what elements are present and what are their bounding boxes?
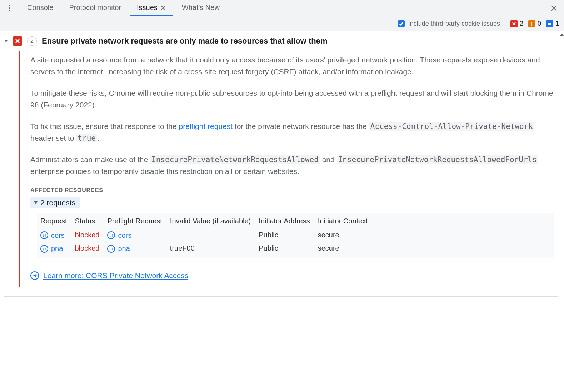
warning-icon: ! [528,20,535,27]
affected-requests-table: Request Status Preflight Request Invalid… [37,213,554,258]
issue-header-row[interactable]: 2 Ensure private network requests are on… [4,36,558,46]
tab-label: Protocol monitor [69,4,121,12]
more-menu-icon[interactable] [5,4,14,12]
issues-content: 2 Ensure private network requests are on… [0,31,564,307]
issue-title: Ensure private network requests are only… [42,36,328,46]
learn-more-link[interactable]: Learn more: CORS Private Network Access [30,271,188,280]
checkbox-checked-icon [398,20,405,27]
request-link[interactable]: ↓↑pna [40,245,63,253]
tab-console[interactable]: Console [20,0,60,16]
expand-triangle-icon[interactable] [4,40,8,42]
tab-label: What's New [182,4,220,12]
header-name-code: Access-Control-Allow-Private-Network [369,122,534,131]
col-preflight: Preflight Request [107,215,170,228]
close-tab-icon[interactable] [160,5,166,11]
error-count: 2 [520,20,523,27]
tab-strip: Console Protocol monitor Issues What's N… [0,0,564,16]
tab-protocol-monitor[interactable]: Protocol monitor [62,0,128,16]
bottom-divider [4,296,558,297]
info-count-badge[interactable]: 1 [546,20,559,27]
preflight-link[interactable]: ↓↑cors [107,231,131,240]
status-value: blocked [75,244,100,252]
request-link[interactable]: ↓↑cors [40,231,65,240]
tab-label: Console [27,4,53,12]
network-icon: ↓↑ [40,245,48,253]
tab-label: Issues [137,4,158,12]
issue-paragraph: To fix this issue, ensure that response … [30,121,554,144]
issues-toolbar: Include third-party cookie issues 2 ! 0 … [0,16,564,31]
col-invalid: Invalid Value (if available) [170,215,259,228]
issue-paragraph: To mitigate these risks, Chrome will req… [30,87,554,111]
warning-count-badge[interactable]: ! 0 [528,20,541,27]
learn-more-label: Learn more: CORS Private Network Access [43,271,188,280]
network-icon: ↓↑ [107,245,115,253]
table-row: ↓↑pna blocked ↓↑pna trueF00 Public secur… [40,242,376,255]
info-icon [546,20,553,27]
issue-paragraph: A site requested a resource from a netwo… [30,54,554,77]
devtools-issues-panel: Console Protocol monitor Issues What's N… [0,0,564,307]
expand-triangle-icon [34,201,38,204]
error-icon [510,20,518,27]
col-initiator-context: Initiator Context [318,215,376,228]
initiator-context: secure [318,228,376,242]
col-initiator-address: Initiator Address [259,215,318,228]
close-drawer-icon[interactable] [549,3,559,13]
issue-occurrence-count: 2 [27,36,37,46]
arrow-right-circle-icon [30,271,39,280]
initiator-address: Public [259,228,318,242]
warning-count: 0 [538,20,541,27]
preflight-request-link[interactable]: preflight request [179,122,233,130]
col-request: Request [40,215,75,228]
status-value: blocked [75,231,100,239]
table-row: ↓↑cors blocked ↓↑cors Public secure [40,228,376,242]
error-badge-icon [13,36,22,46]
error-count-badge[interactable]: 2 [510,20,523,27]
tab-issues[interactable]: Issues [130,0,173,16]
preflight-link[interactable]: ↓↑pna [107,245,130,253]
requests-toggle[interactable]: 2 requests [30,197,80,208]
policy-code: InsecurePrivateNetworkRequestsAllowed [150,155,320,164]
initiator-address: Public [259,242,318,255]
network-icon: ↓↑ [40,231,48,239]
policy-code: InsecurePrivateNetworkRequestsAllowedFor… [337,155,538,164]
checkbox-label: Include third-party cookie issues [408,20,500,27]
toolbar-separator [505,20,505,28]
issue-paragraph: Administrators can make use of the Insec… [30,154,554,177]
include-third-party-cookies-checkbox[interactable]: Include third-party cookie issues [398,20,500,27]
affected-resources-heading: AFFECTED RESOURCES [30,187,554,194]
issue-body: A site requested a resource from a netwo… [19,51,558,287]
scrollbar[interactable] [559,31,564,307]
initiator-context: secure [318,242,376,255]
col-status: Status [75,215,108,228]
tab-whats-new[interactable]: What's New [175,0,227,16]
invalid-value: trueF00 [170,242,259,255]
network-icon: ↓↑ [107,231,115,239]
info-count: 1 [555,20,559,27]
header-value-code: true [76,134,97,142]
invalid-value [170,228,259,242]
svg-rect-0 [548,23,551,25]
requests-toggle-label: 2 requests [40,198,75,207]
